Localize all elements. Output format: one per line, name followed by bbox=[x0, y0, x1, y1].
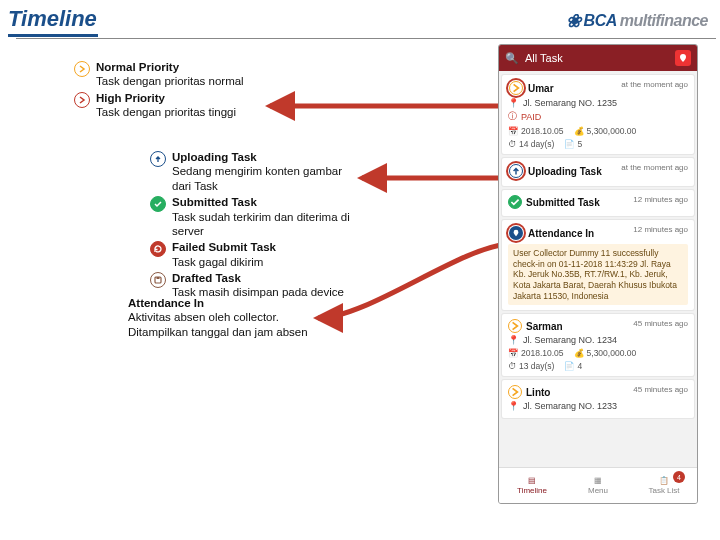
arrow-callout-icon bbox=[352, 168, 512, 192]
header-divider bbox=[16, 38, 716, 39]
upload-icon bbox=[509, 164, 523, 178]
arrow-callout-icon bbox=[308, 238, 518, 332]
legend-attendance-desc: Aktivitas absen oleh collector. Ditampil… bbox=[128, 310, 308, 339]
legend-attendance: Attendance In Aktivitas absen oleh colle… bbox=[128, 296, 308, 339]
phone-mock: 🔍 All Task at the moment ago Umar 📍Jl. S… bbox=[498, 44, 698, 504]
legend-failed-title: Failed Submit Task bbox=[172, 240, 276, 254]
legend-priority: Normal PriorityTask dengan prioritas nor… bbox=[74, 60, 254, 122]
logo-text-light: multifinance bbox=[620, 12, 708, 30]
legend-attendance-title: Attendance In bbox=[128, 297, 204, 309]
check-icon bbox=[150, 196, 166, 212]
app-topbar: 🔍 All Task bbox=[499, 45, 697, 71]
card-name: Sarman bbox=[526, 321, 563, 332]
task-card[interactable]: 45 minutes ago Linto 📍Jl. Semarang NO. 1… bbox=[502, 380, 694, 418]
tab-tasklist[interactable]: 📋Task List bbox=[631, 468, 697, 503]
card-meta: at the moment ago bbox=[621, 80, 688, 89]
location-pin-icon[interactable] bbox=[675, 50, 691, 66]
card-meta: 45 minutes ago bbox=[633, 385, 688, 394]
topbar-title: All Task bbox=[525, 52, 563, 64]
legend-normal-desc: Task dengan prioritas normal bbox=[96, 75, 244, 87]
logo-text-bold: BCA bbox=[584, 12, 617, 30]
page-title: Timeline bbox=[8, 6, 97, 32]
tasklist-badge: 4 bbox=[673, 471, 685, 483]
legend-uploading-desc: Sedang mengirim konten gambar dari Task bbox=[172, 165, 342, 191]
card-stats: ⏱ 14 day(s) 📄 5 bbox=[508, 139, 688, 149]
arrow-right-icon bbox=[74, 61, 90, 77]
arrow-right-icon bbox=[74, 92, 90, 108]
legend-uploading-title: Uploading Task bbox=[172, 150, 350, 164]
location-pin-icon bbox=[509, 226, 523, 240]
list-icon: ▤ bbox=[528, 476, 536, 485]
card-meta: 12 minutes ago bbox=[633, 195, 688, 204]
legend-normal-title: Normal Priority bbox=[96, 60, 244, 74]
arrow-callout-icon bbox=[260, 96, 508, 120]
card-title: Uploading Task bbox=[528, 166, 602, 177]
card-stats: 📅 2018.10.05 💰 5,300,000.00 bbox=[508, 348, 688, 358]
svg-rect-1 bbox=[157, 277, 160, 279]
uploading-card[interactable]: at the moment ago Uploading Task bbox=[502, 158, 694, 186]
submitted-card[interactable]: 12 minutes ago Submitted Task bbox=[502, 190, 694, 216]
check-icon bbox=[508, 195, 522, 209]
clipboard-icon: 📋 bbox=[659, 476, 669, 485]
priority-ring-icon bbox=[508, 163, 524, 179]
logo-flower-icon: ❀ bbox=[566, 10, 581, 32]
card-status: PAID bbox=[521, 112, 541, 122]
card-stats: ⏱ 13 day(s) 📄 4 bbox=[508, 361, 688, 371]
card-stats: 📅 2018.10.05 💰 5,300,000.00 bbox=[508, 126, 688, 136]
legend-high-desc: Task dengan prioritas tinggi bbox=[96, 106, 236, 118]
pin-icon: 📍 bbox=[508, 335, 519, 345]
legend-high-title: High Priority bbox=[96, 91, 236, 105]
arrow-right-icon bbox=[508, 319, 522, 333]
priority-ring-icon bbox=[508, 80, 524, 96]
title-underline bbox=[8, 34, 98, 37]
card-address: Jl. Semarang NO. 1234 bbox=[523, 335, 617, 345]
tab-timeline[interactable]: ▤Timeline bbox=[499, 468, 565, 503]
card-title: Submitted Task bbox=[526, 197, 600, 208]
card-meta: 12 minutes ago bbox=[633, 225, 688, 234]
pin-icon: 📍 bbox=[508, 401, 519, 411]
card-address: Jl. Semarang NO. 1233 bbox=[523, 401, 617, 411]
save-icon bbox=[150, 272, 166, 288]
task-card[interactable]: 45 minutes ago Sarman 📍Jl. Semarang NO. … bbox=[502, 314, 694, 376]
card-title: Attendance In bbox=[528, 228, 594, 239]
refresh-icon bbox=[150, 241, 166, 257]
legend-submitted-title: Submitted Task bbox=[172, 195, 350, 209]
tab-menu[interactable]: ▦Menu bbox=[565, 468, 631, 503]
brand-logo: ❀ BCA multifinance bbox=[566, 10, 708, 32]
attendance-body: User Collector Dummy 11 successfully che… bbox=[508, 244, 688, 305]
card-name: Linto bbox=[526, 387, 550, 398]
card-meta: at the moment ago bbox=[621, 163, 688, 172]
arrow-right-icon bbox=[508, 385, 522, 399]
pin-icon: 📍 bbox=[508, 98, 519, 108]
arrow-right-icon bbox=[509, 81, 523, 95]
priority-ring-icon bbox=[508, 225, 524, 241]
grid-icon: ▦ bbox=[594, 476, 602, 485]
task-card[interactable]: at the moment ago Umar 📍Jl. Semarang NO.… bbox=[502, 75, 694, 154]
legend-submitted-desc: Task sudah terkirim dan diterima di serv… bbox=[172, 211, 350, 237]
attendance-card[interactable]: 12 minutes ago Attendance In User Collec… bbox=[502, 220, 694, 310]
card-meta: 45 minutes ago bbox=[633, 319, 688, 328]
card-address: Jl. Semarang NO. 1235 bbox=[523, 98, 617, 108]
card-name: Umar bbox=[528, 83, 554, 94]
upload-icon bbox=[150, 151, 166, 167]
bottom-nav: ▤Timeline ▦Menu 📋Task List 4 bbox=[499, 467, 697, 503]
legend-failed-desc: Task gagal dikirim bbox=[172, 256, 263, 268]
info-icon: ⓘ bbox=[508, 110, 517, 123]
search-icon[interactable]: 🔍 bbox=[505, 52, 519, 65]
